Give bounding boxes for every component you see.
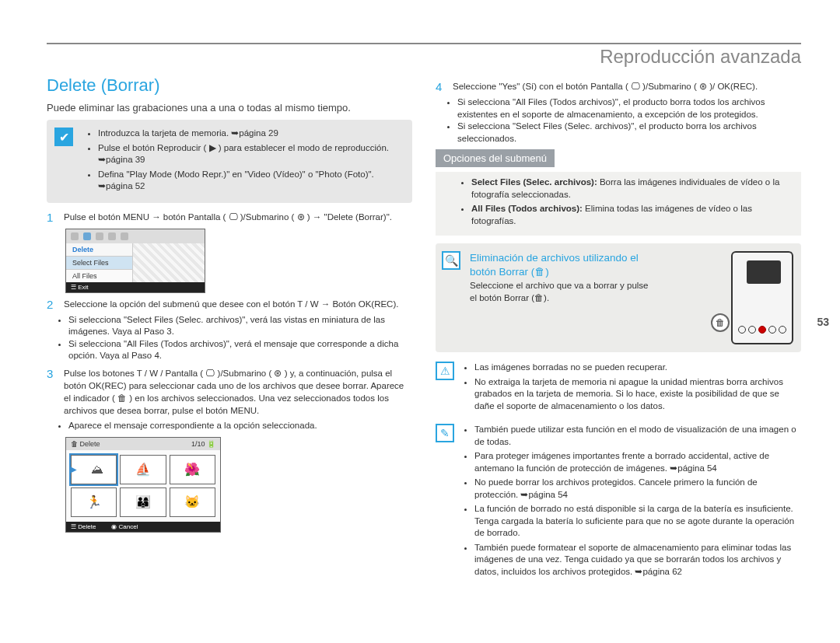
warning-block: ⚠ Las imágenes borradas no se pueden rec…: [436, 362, 801, 414]
submenu-options-block: Select Files (Selec. archivos): Borra la…: [436, 172, 801, 236]
two-column-layout: Delete (Borrar) Puede eliminar las graba…: [47, 75, 801, 580]
ui1-tab: [108, 232, 116, 240]
ui1-option-all-files: All Files: [66, 269, 132, 282]
tip-text: Seleccione el archivo que va a borrar y …: [470, 280, 708, 304]
note-item: También puede utilizar esta función en e…: [474, 424, 801, 448]
trash-icon: 🗑: [711, 313, 730, 332]
step2-bullet: Si selecciona "All Files (Todos archivos…: [68, 338, 412, 362]
ui2-thumb: 🐱: [170, 487, 215, 517]
ui1-preview: [133, 243, 205, 282]
ui1-tab-active: [83, 232, 91, 240]
page-number: 53: [817, 316, 829, 328]
submenu-options-heading: Opciones del submenú: [436, 149, 555, 167]
submenu-item: All Files (Todos archivos): Elimina toda…: [471, 203, 793, 227]
delete-menu-screenshot: Delete Select Files All Files ☰ Exit: [65, 229, 205, 293]
ui1-tab: [121, 232, 128, 240]
ui2-foot-delete: ☰ Delete: [71, 523, 96, 530]
ui2-title: 🗑 Delete: [71, 440, 100, 448]
warning-item: No extraiga la tarjeta de memoria ni apa…: [474, 376, 801, 413]
ui1-option-select-files: Select Files: [66, 256, 132, 269]
delete-button-tip: 🔍 Eliminación de archivos utilizando el …: [436, 243, 801, 352]
ui1-header: Delete: [66, 243, 132, 256]
prerequisite-box: ✔ Introduzca la tarjeta de memoria. ➥pág…: [47, 120, 412, 203]
step-2: 2 Seleccione la opción del submenú que d…: [47, 298, 412, 311]
device-button: [748, 326, 756, 334]
right-column: 4 Seleccione "Yes" (Sí) con el botón Pan…: [436, 75, 801, 580]
ui2-foot-cancel: ◉ Cancel: [111, 523, 138, 530]
device-button: [779, 326, 786, 334]
step-body: Seleccione la opción del submenú que des…: [64, 298, 412, 311]
check-icon: ✔: [54, 128, 73, 146]
prereq-item: Defina "Play Mode (Modo Repr.)" en "Vide…: [98, 169, 404, 193]
warning-icon: ⚠: [436, 362, 454, 380]
tip-title: Eliminación de archivos utilizando el bo…: [470, 251, 708, 278]
note-item: La función de borrado no está disponible…: [474, 503, 801, 540]
device-rec-button: [758, 326, 766, 334]
step4-bullet: Si selecciona "Select Files (Selec. arch…: [457, 121, 801, 145]
magnifier-icon: 🔍: [442, 251, 460, 270]
step-number: 3: [47, 367, 58, 417]
ui1-exit-label: Exit: [78, 284, 88, 291]
feature-title: Delete (Borrar): [47, 75, 412, 96]
note-item: Para proteger imágenes importantes frent…: [474, 450, 801, 474]
prereq-item: Introduzca la tarjeta de memoria. ➥págin…: [98, 128, 404, 140]
ui2-counter: 1/10 🔋: [191, 440, 215, 448]
ui2-thumb: 👨‍👩‍👦: [120, 487, 166, 517]
ui2-thumb: 🌺: [170, 455, 215, 484]
step3-bullet: Aparece el mensaje correspondiente a la …: [68, 420, 412, 432]
note-block: ✎ También puede utilizar esta función en…: [436, 424, 801, 580]
step-1: 1 Pulse el botón MENU → botón Pantalla (…: [47, 211, 412, 224]
device-button: [768, 326, 776, 334]
step-number: 2: [47, 298, 58, 311]
device-illustration: 🗑: [731, 251, 793, 344]
section-title: Reproducción avanzada: [47, 46, 801, 68]
submenu-item: Select Files (Selec. archivos): Borra la…: [471, 176, 793, 201]
lead-text: Puede eliminar las grabaciones una a una…: [47, 102, 412, 114]
device-button: [738, 326, 746, 334]
menu-icon: ☰: [71, 284, 78, 291]
ui2-thumb: 🏃: [71, 487, 117, 517]
ui1-tab: [96, 232, 103, 240]
ui2-thumb: ⛵: [120, 455, 166, 484]
note-item: También puede formatear el soporte de al…: [474, 542, 801, 578]
step2-bullet: Si selecciona "Select Files (Selec. arch…: [68, 314, 412, 338]
header-rule: [47, 43, 801, 44]
ui1-tabbar: [66, 229, 205, 243]
step-body: Pulse los botones T / W / Pantalla ( 🖵 )…: [64, 367, 412, 417]
step-number: 1: [47, 211, 58, 224]
step4-bullet: Si selecciona "All Files (Todos archivos…: [457, 96, 801, 121]
step-3: 3 Pulse los botones T / W / Pantalla ( 🖵…: [47, 367, 412, 417]
ui1-footer: ☰ Exit: [66, 282, 205, 292]
warning-item: Las imágenes borradas no se pueden recup…: [474, 362, 801, 374]
note-item: No puede borrar los archivos protegidos.…: [474, 477, 801, 501]
ui1-tab: [71, 232, 79, 240]
step-number: 4: [436, 80, 446, 93]
ui2-thumb-selected: ⛰: [71, 455, 117, 484]
left-column: Delete (Borrar) Puede eliminar las graba…: [47, 75, 412, 580]
step-body: Seleccione "Yes" (Sí) con el botón Panta…: [453, 80, 801, 93]
thumbnail-grid-screenshot: 🗑 Delete 1/10 🔋 ⛰ ⛵ 🌺 🏃 👨‍👩‍👦 🐱 ☰ Delete…: [65, 437, 221, 533]
step-body: Pulse el botón MENU → botón Pantalla ( 🖵…: [64, 211, 412, 224]
prereq-item: Pulse el botón Reproducir ( ▶ ) para est…: [98, 142, 404, 166]
note-icon: ✎: [436, 424, 454, 442]
step-4: 4 Seleccione "Yes" (Sí) con el botón Pan…: [436, 80, 801, 93]
